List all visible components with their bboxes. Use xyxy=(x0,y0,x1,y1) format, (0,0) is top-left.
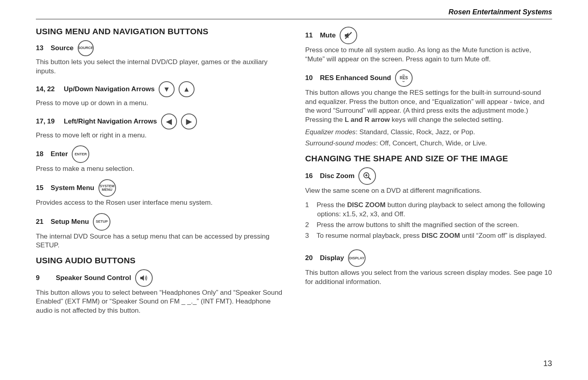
item-speaker-sound: 9 Speaker Sound Control xyxy=(36,269,283,287)
item-number: 21 xyxy=(36,218,43,226)
list-item: 2 Press the arrow buttons to shift the m… xyxy=(305,221,553,230)
item-title: Enter xyxy=(51,150,68,158)
item-body: This button allows you change the RES se… xyxy=(305,88,553,124)
item-number: 11 xyxy=(305,31,313,39)
disc-zoom-icon xyxy=(358,167,376,185)
item-source: 13 Source SOURCE xyxy=(36,40,283,56)
item-res-enhanced: 10 RES Enhanced Sound ⌢ RES ⌣ xyxy=(305,69,553,87)
list-item: 1 Press the DISC ZOOM button during play… xyxy=(305,201,553,219)
item-title: Source xyxy=(51,44,74,52)
equalizer-modes-line: Equalizer modes: Standard, Classic, Rock… xyxy=(305,128,553,137)
source-button-icon: SOURCE xyxy=(78,40,94,56)
mute-icon xyxy=(344,31,353,40)
item-title: Left/Right Navigation Arrows xyxy=(64,118,157,125)
list-item: 3 To resume normal playback, press DISC … xyxy=(305,231,553,241)
item-title: Mute xyxy=(320,31,336,39)
speaker-sound-icon xyxy=(135,269,153,287)
item-body: Provides access to the Rosen user interf… xyxy=(36,198,283,208)
setup-button-icon: SETUP xyxy=(93,213,110,231)
right-arrow-icon: ▶ xyxy=(181,114,197,129)
speaker-icon xyxy=(139,273,149,283)
two-column-layout: USING MENU AND NAVIGATION BUTTONS 13 Sou… xyxy=(36,24,552,321)
item-number: 17, 19 xyxy=(36,118,57,125)
brand-header: Rosen Entertainment Systems xyxy=(36,8,552,16)
item-body: View the same scene on a DVD at differen… xyxy=(305,186,553,196)
item-title: RES Enhanced Sound xyxy=(320,74,391,82)
heading-audio-buttons: USING AUDIO BUTTONS xyxy=(36,256,283,265)
item-title: Up/Down Navigation Arrows xyxy=(64,85,155,93)
item-number: 18 xyxy=(36,150,43,158)
item-title: System Menu xyxy=(51,184,94,192)
item-number: 14, 22 xyxy=(36,85,57,93)
item-body: Press once to mute all system audio. As … xyxy=(305,46,553,64)
mute-button-icon xyxy=(340,27,357,44)
item-enter: 18 Enter ENTER xyxy=(36,145,283,163)
item-body: This button lets you select the internal… xyxy=(36,58,283,76)
item-body: This button allows you select from the v… xyxy=(305,268,553,286)
item-disc-zoom: 16 Disc Zoom xyxy=(305,167,553,185)
item-title: Disc Zoom xyxy=(320,172,354,180)
item-body: Press to move left or right in a menu. xyxy=(36,131,283,140)
item-number: 13 xyxy=(36,44,43,52)
item-number: 16 xyxy=(305,172,313,180)
left-column: USING MENU AND NAVIGATION BUTTONS 13 Sou… xyxy=(36,24,283,321)
item-number: 9 xyxy=(36,274,41,282)
header-divider xyxy=(36,19,552,20)
up-arrow-icon: ▲ xyxy=(179,81,195,97)
magnify-plus-icon xyxy=(362,171,372,181)
item-body: Press to move up or down in a menu. xyxy=(36,99,283,108)
item-updown: 14, 22 Up/Down Navigation Arrows ▼ ▲ xyxy=(36,81,283,97)
surround-modes-line: Surround-sound modes: Off, Concert, Chur… xyxy=(305,139,553,148)
right-column: 11 Mute Press once to mute all system au… xyxy=(305,24,553,321)
item-mute: 11 Mute xyxy=(305,27,553,44)
item-number: 15 xyxy=(36,184,43,192)
item-body: Press to make a menu selection. xyxy=(36,165,283,174)
document-page: Rosen Entertainment Systems USING MENU A… xyxy=(0,0,588,380)
res-button-icon: ⌢ RES ⌣ xyxy=(395,69,413,87)
svg-line-2 xyxy=(368,177,371,180)
item-number: 10 xyxy=(305,74,313,82)
item-title: Display xyxy=(320,254,344,262)
system-menu-button-icon: SYSTEMMENU xyxy=(98,179,116,197)
item-title: Speaker Sound Control xyxy=(56,274,131,282)
down-arrow-icon: ▼ xyxy=(159,81,175,97)
display-button-icon: DISPLAY xyxy=(348,249,366,267)
left-arrow-icon: ◀ xyxy=(161,114,177,129)
item-leftright: 17, 19 Left/Right Navigation Arrows ◀ ▶ xyxy=(36,114,283,129)
zoom-steps-list: 1 Press the DISC ZOOM button during play… xyxy=(305,201,553,241)
item-system-menu: 15 System Menu SYSTEMMENU xyxy=(36,179,283,197)
heading-menu-nav: USING MENU AND NAVIGATION BUTTONS xyxy=(36,27,283,36)
page-number: 13 xyxy=(543,359,552,368)
item-body: The internal DVD Source has a setup menu… xyxy=(36,232,283,250)
enter-button-icon: ENTER xyxy=(72,145,89,163)
item-display: 20 Display DISPLAY xyxy=(305,249,553,267)
item-number: 20 xyxy=(305,254,313,262)
item-setup-menu: 21 Setup Menu SETUP xyxy=(36,213,283,231)
heading-shape-size: CHANGING THE SHAPE AND SIZE OF THE IMAGE xyxy=(305,154,553,163)
item-title: Setup Menu xyxy=(51,218,89,226)
item-body: This button allows you to select between… xyxy=(36,288,283,315)
